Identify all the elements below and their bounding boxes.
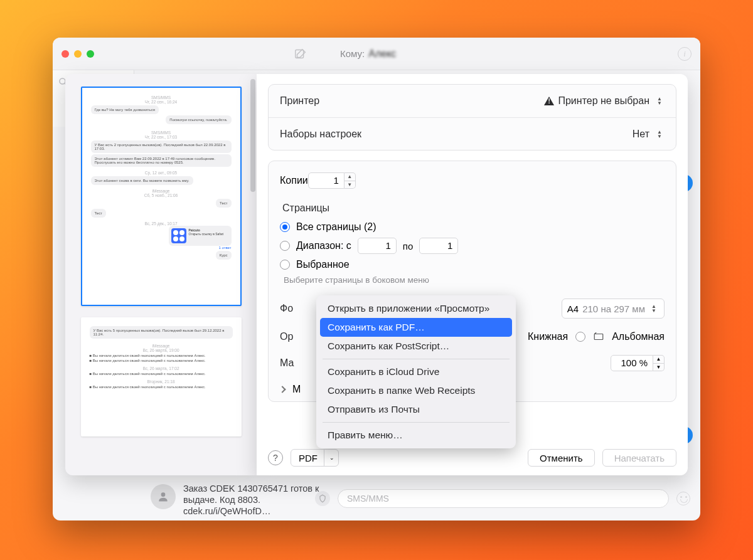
message-preview: Заказ CDEK 1430765471 готов к выдаче. Ко… (183, 483, 334, 520)
orientation-portrait[interactable]: Книжная (528, 331, 568, 342)
menu-save-web-receipts[interactable]: Сохранить в папке Web Receipts (320, 381, 512, 400)
svg-point-1 (60, 78, 65, 84)
pdf-menu: Открыть в приложении «Просмотр» Сохранит… (316, 295, 516, 448)
to-recipient: Алекс (368, 48, 396, 60)
warning-icon (544, 97, 554, 105)
close-window-button[interactable] (61, 50, 69, 58)
to-label: Кому: (340, 48, 365, 59)
svg-rect-0 (296, 50, 304, 58)
copies-stepper[interactable]: ▲▼ (344, 172, 356, 189)
pdf-dropdown-button[interactable]: PDF ⌄ (291, 449, 339, 467)
orientation-landscape-label: Альбомная (612, 331, 665, 342)
landscape-icon (593, 331, 604, 342)
page-thumbnail-2[interactable]: У Вас есть 5 пропущенных вызова(ов). Пос… (81, 317, 242, 436)
help-button[interactable]: ? (268, 450, 283, 465)
chevron-down-icon: ⌄ (324, 450, 334, 466)
avatar (151, 484, 176, 509)
printer-value[interactable]: Принтер не выбран (544, 95, 649, 107)
menu-edit-menu[interactable]: Править меню… (320, 426, 512, 445)
chevron-up-down-icon: ▲▼ (649, 302, 659, 315)
app-window: Кому: Алекс i Заказ CDEK 1430765471 гото… (53, 38, 700, 520)
zoom-window-button[interactable] (87, 50, 94, 58)
menu-save-pdf[interactable]: Сохранить как PDF… (320, 318, 512, 337)
attachment-icon: PatcutoОткрыть ссылку в Safari (169, 226, 232, 246)
menu-save-icloud[interactable]: Сохранить в iCloud Drive (320, 362, 512, 381)
menu-open-preview[interactable]: Открыть в приложении «Просмотр» (320, 299, 512, 318)
printer-card: Принтер Принтер не выбран ▲▼ Наборы наст… (268, 84, 676, 151)
print-sidebar: SMS/MMSЧт, 22 сен., 16:24 Где вы? Не мог… (65, 74, 257, 475)
print-button[interactable]: Напечатать (602, 449, 676, 467)
radio-off-icon (280, 241, 290, 251)
menu-save-postscript[interactable]: Сохранить как PostScript… (320, 337, 512, 356)
menu-separator (323, 422, 510, 423)
copies-label: Копии (280, 175, 308, 186)
chevron-up-down-icon[interactable]: ▲▼ (654, 94, 665, 108)
info-icon[interactable]: i (678, 47, 692, 61)
dialog-buttons: ? PDF ⌄ Отменить Напечатать (268, 449, 676, 467)
compose-icon[interactable] (294, 47, 307, 61)
chevron-right-icon (279, 386, 286, 393)
compose-placeholder: SMS/MMS (347, 494, 389, 504)
chevron-up-down-icon[interactable]: ▲▼ (654, 127, 665, 141)
traffic-lights (61, 50, 94, 58)
pages-selection-radio[interactable]: Выбранное (269, 256, 676, 273)
titlebar: Кому: Алекс i (53, 38, 700, 70)
presets-label: Наборы настроек (280, 129, 361, 140)
copies-input[interactable]: 1 (308, 172, 344, 189)
menu-send-mail[interactable]: Отправить из Почты (320, 400, 512, 419)
range-from-input[interactable]: 1 (358, 238, 397, 254)
radio-off-icon[interactable] (575, 332, 585, 342)
pages-hint: Выберите страницы в боковом меню (284, 275, 676, 285)
svg-point-2 (161, 492, 166, 497)
menu-separator (323, 359, 510, 359)
page-thumbnail-1[interactable]: SMS/MMSЧт, 22 сен., 16:24 Где вы? Не мог… (81, 87, 242, 306)
pages-range-radio[interactable]: Диапазон: с 1 по 1 (269, 235, 676, 256)
emoji-icon[interactable] (676, 492, 690, 505)
presets-value[interactable]: Нет (633, 129, 649, 140)
scale-stepper[interactable]: ▲▼ (653, 355, 665, 371)
radio-on-icon (280, 222, 290, 232)
range-to-input[interactable]: 1 (419, 238, 458, 254)
pages-label: Страницы (271, 203, 676, 214)
minimise-window-button[interactable] (74, 50, 82, 58)
compose-bar: SMS/MMS (315, 489, 690, 508)
scrollbar[interactable] (250, 79, 255, 192)
radio-off-icon (280, 260, 290, 270)
scale-input[interactable]: 100 % (611, 355, 653, 371)
compose-input[interactable]: SMS/MMS (338, 489, 669, 508)
cancel-button[interactable]: Отменить (528, 449, 595, 467)
printer-label: Принтер (280, 95, 319, 107)
apps-icon[interactable] (315, 491, 330, 506)
pages-all-radio[interactable]: Все страницы (2) (269, 219, 676, 235)
svg-rect-3 (594, 334, 603, 340)
paper-size-select[interactable]: A4 210 на 297 мм ▲▼ (562, 298, 665, 319)
